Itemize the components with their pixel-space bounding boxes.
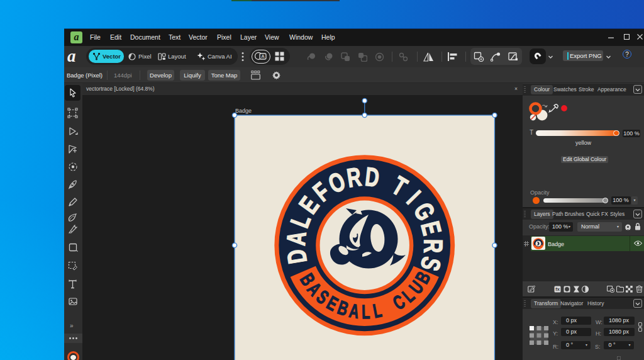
svg-text:A: A	[281, 230, 312, 247]
svg-text:R: R	[418, 239, 448, 254]
svg-text:fx: fx	[555, 286, 560, 292]
svg-text:Badge: Badge	[235, 108, 252, 114]
svg-text:A: A	[261, 53, 264, 59]
svg-text:L: L	[362, 301, 370, 323]
